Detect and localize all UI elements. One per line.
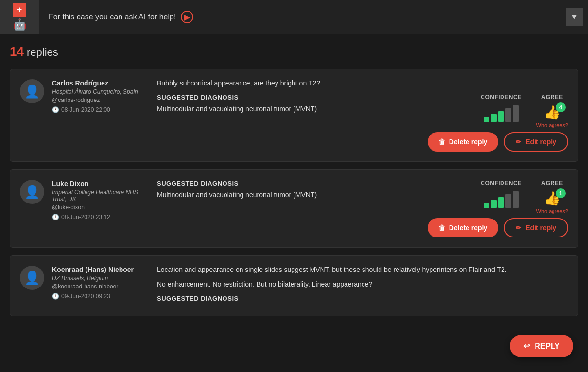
thumb-container: 👍 1 (544, 190, 561, 206)
reply-content-area: SUGGESTED DIAGNOSIS Multinodular and vac… (157, 94, 481, 120)
cross-icon: + (13, 3, 26, 17)
play-icon[interactable]: ▶ (181, 11, 193, 23)
clock-icon: 🕐 (52, 106, 59, 113)
confidence-section: CONFIDENCE (481, 180, 521, 208)
bar-5 (513, 105, 519, 122)
user-handle: @carlos-rodriguez (52, 97, 149, 103)
edit-icon: ✏ (516, 138, 521, 146)
user-institution: Hospital Álvaro Cunqueiro, Spain (52, 88, 149, 95)
suggested-label: SUGGESTED DIAGNOSIS (157, 94, 481, 101)
clock-icon: 🕐 (52, 293, 59, 300)
reply-main-row: SUGGESTED DIAGNOSIS Multinodular and vac… (157, 180, 568, 214)
thumb-container: 👍 4 (544, 104, 561, 120)
user-name: Carlos Rodríguez (52, 79, 149, 87)
bar-3 (498, 111, 504, 122)
page-content: 14 replies 👤 Carlos Rodríguez Hospital Á… (0, 34, 588, 334)
edit-label: Edit reply (525, 138, 556, 146)
bar-2 (491, 114, 497, 122)
edit-icon: ✏ (516, 224, 521, 232)
delete-reply-button[interactable]: 🗑 Delete reply (428, 132, 498, 152)
user-date: 🕐 08-Jun-2020 23:12 (52, 214, 149, 220)
trash-icon: 🗑 (438, 138, 445, 146)
replies-title: 14 replies (10, 44, 578, 59)
bar-2 (491, 200, 497, 208)
reply-body: SUGGESTED DIAGNOSIS Multinodular and vac… (157, 180, 568, 237)
bar-3 (498, 197, 504, 208)
replies-label: replies (27, 46, 58, 58)
avatar: 👤 (20, 266, 44, 290)
confidence-bars (484, 190, 519, 208)
reply-body: Location and appearance on single slides… (157, 266, 568, 306)
confidence-label: CONFIDENCE (481, 94, 521, 101)
edit-label: Edit reply (525, 224, 556, 232)
reply-main-row: SUGGESTED DIAGNOSIS Multinodular and vac… (157, 94, 568, 128)
diagnosis-text: Multinodular and vacuolating neuronal tu… (157, 105, 481, 113)
agree-badge: 4 (556, 102, 566, 112)
header-message: For this case you can ask AI for help! ▶ (39, 11, 566, 23)
reply-text: Bubbly subcortical appearance, are they … (157, 79, 568, 87)
avatar: 👤 (20, 180, 44, 204)
user-info: Koenraad (Hans) Nieboer UZ Brussels, Bel… (52, 266, 149, 306)
suggested-label: SUGGESTED DIAGNOSIS (157, 180, 481, 187)
actions-row: 🗑 Delete reply ✏ Edit reply (157, 132, 568, 152)
user-info: Luke Dixon Imperial College Healthcare N… (52, 180, 149, 237)
diagnosis-text: Multinodular and vacuolating neuronal tu… (157, 191, 481, 199)
reply-text2: No enhancement. No restriction. But no b… (157, 280, 568, 288)
metrics-area: CONFIDENCE AGREE 👍 1 (481, 180, 568, 214)
reply-text: Location and appearance on single slides… (157, 266, 568, 273)
user-handle: @koenraad-hans-nieboer (52, 283, 149, 290)
replies-count: 14 (10, 44, 24, 59)
agree-label: AGREE (541, 94, 563, 101)
actions-row: 🗑 Delete reply ✏ Edit reply (157, 218, 568, 237)
agree-badge: 1 (556, 188, 566, 198)
suggested-label: SUGGESTED DIAGNOSIS (157, 295, 568, 302)
metrics-area: CONFIDENCE AGREE 👍 4 (481, 94, 568, 128)
trash-icon: 🗑 (438, 224, 445, 232)
bar-1 (484, 203, 489, 208)
confidence-section: CONFIDENCE (481, 94, 521, 122)
edit-reply-button[interactable]: ✏ Edit reply (504, 218, 568, 237)
confidence-label: CONFIDENCE (481, 180, 521, 186)
user-date: 🕐 08-Jun-2020 22:00 (52, 106, 149, 113)
edit-reply-button[interactable]: ✏ Edit reply (504, 132, 568, 152)
header-text: For this case you can ask AI for help! (49, 13, 176, 21)
user-name: Koenraad (Hans) Nieboer (52, 266, 149, 273)
reply-body: Bubbly subcortical appearance, are they … (157, 79, 568, 152)
bar-4 (505, 108, 511, 122)
robot-icon: 🤖 (13, 18, 26, 31)
delete-reply-button[interactable]: 🗑 Delete reply (428, 218, 498, 237)
header-dropdown[interactable]: ▼ (566, 8, 583, 26)
clock-icon: 🕐 (52, 214, 59, 220)
bar-1 (484, 117, 489, 122)
reply-card: 👤 Carlos Rodríguez Hospital Álvaro Cunqu… (10, 69, 578, 162)
agree-section: AGREE 👍 1 Who agrees? (536, 180, 568, 214)
user-name: Luke Dixon (52, 180, 149, 187)
delete-label: Delete reply (449, 224, 487, 232)
agree-label: AGREE (541, 180, 563, 186)
who-agrees-link[interactable]: Who agrees? (536, 122, 568, 128)
user-institution: Imperial College Healthcare NHS Trust, U… (52, 189, 149, 203)
reply-content-area: SUGGESTED DIAGNOSIS Multinodular and vac… (157, 180, 481, 206)
user-institution: UZ Brussels, Belgium (52, 275, 149, 282)
logo: + 🤖 (0, 0, 39, 34)
who-agrees-link[interactable]: Who agrees? (536, 208, 568, 214)
agree-section: AGREE 👍 4 Who agrees? (536, 94, 568, 128)
bar-5 (513, 191, 519, 208)
user-info: Carlos Rodríguez Hospital Álvaro Cunquei… (52, 79, 149, 152)
user-handle: @luke-dixon (52, 204, 149, 211)
delete-label: Delete reply (449, 138, 487, 146)
avatar: 👤 (20, 79, 44, 103)
reply-fab-button[interactable]: ↩ REPLY (510, 335, 573, 357)
reply-card: 👤 Koenraad (Hans) Nieboer UZ Brussels, B… (10, 255, 578, 316)
header: + 🤖 For this case you can ask AI for hel… (0, 0, 588, 34)
reply-card: 👤 Luke Dixon Imperial College Healthcare… (10, 169, 578, 248)
confidence-bars (484, 104, 519, 122)
bar-4 (505, 194, 511, 208)
reply-arrow-icon: ↩ (523, 341, 530, 351)
reply-fab-label: REPLY (535, 342, 560, 351)
user-date: 🕐 09-Jun-2020 09:23 (52, 293, 149, 300)
